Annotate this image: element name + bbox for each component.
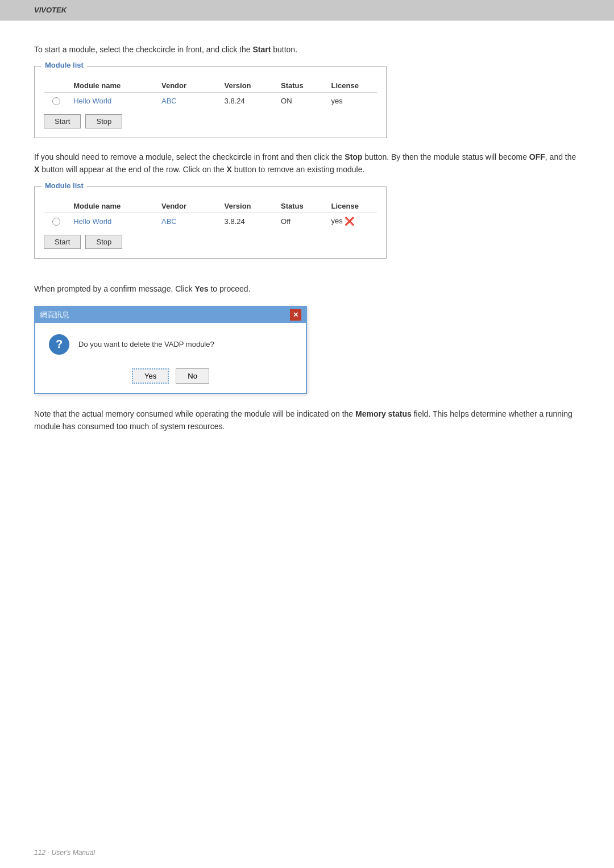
para2-bold-1: Stop	[345, 152, 362, 161]
dialog-message: Do you want to delete the VADP module?	[78, 340, 214, 348]
radio-button-2[interactable]	[52, 218, 60, 226]
para3-text-2: to proceed.	[209, 284, 251, 293]
row-2-version-cell: 3.8.24	[220, 213, 277, 229]
dialog-body: ? Do you want to delete the VADP module?	[35, 323, 306, 364]
para2-text-2: button. By then the module status will b…	[362, 152, 529, 161]
row-2-radio-cell[interactable]	[44, 213, 69, 229]
col-vendor-header-1: Vendor	[157, 79, 220, 93]
col-radio-header-2	[44, 200, 69, 213]
para2-text-3: , and the	[545, 152, 576, 161]
row-1-license-cell: yes	[327, 93, 377, 109]
para2-text-5: button to remove an existing module.	[232, 165, 364, 174]
row-1-version-cell: 3.8.24	[220, 93, 277, 109]
para2-bold-4: X	[227, 165, 232, 174]
vendor-link-2[interactable]: ABC	[161, 217, 177, 226]
module-list-2-title: Module list	[42, 181, 87, 190]
col-status-header-1: Status	[276, 79, 326, 93]
row-1-vendor-cell: ABC	[157, 93, 220, 109]
table-header-row-2: Module name Vendor Version Status Licens…	[44, 200, 377, 213]
dialog-yes-button[interactable]: Yes	[132, 368, 169, 384]
row-2-license-cell: yes ❌	[327, 213, 377, 229]
col-license-header-1: License	[327, 79, 377, 93]
col-license-header-2: License	[327, 200, 377, 213]
para4-bold: Memory status	[355, 409, 412, 418]
row-1-name-cell: Hello World	[69, 93, 157, 109]
table-row: Hello World ABC 3.8.24 Off yes ❌	[44, 213, 377, 229]
vendor-link-1[interactable]: ABC	[161, 97, 177, 105]
module-list-1-buttons: Start Stop	[44, 114, 377, 128]
intro-bold: Start	[252, 45, 271, 54]
delete-icon[interactable]: ❌	[345, 217, 354, 226]
module-list-2-buttons: Start Stop	[44, 235, 377, 249]
col-version-header-2: Version	[220, 200, 277, 213]
brand-label: VIVOTEK	[34, 6, 67, 14]
para2-bold-2: OFF	[529, 152, 545, 161]
module-table-1: Module name Vendor Version Status Licens…	[44, 79, 377, 109]
paragraph-3: When prompted by a confirm message, Clic…	[34, 283, 580, 295]
start-button-2[interactable]: Start	[44, 235, 81, 249]
dialog-close-button[interactable]: ✕	[290, 309, 301, 321]
module-list-1-title: Module list	[42, 61, 87, 69]
dialog-footer: Yes No	[35, 364, 306, 393]
module-table-2: Module name Vendor Version Status Licens…	[44, 200, 377, 230]
row-2-status-cell: Off	[276, 213, 326, 229]
license-value-2: yes	[331, 217, 343, 225]
stop-button-1[interactable]: Stop	[85, 114, 122, 128]
para4-text-1: Note that the actual memory consumed whi…	[34, 409, 355, 418]
main-content: To start a module, select the checkcircl…	[0, 20, 614, 868]
table-header-row-1: Module name Vendor Version Status Licens…	[44, 79, 377, 93]
para2-text-1: If you should need to remove a module, s…	[34, 152, 345, 161]
row-1-radio-cell[interactable]	[44, 93, 69, 109]
module-list-2: Module list Module name Vendor Version S…	[34, 186, 387, 259]
para3-bold: Yes	[194, 284, 208, 293]
dialog-title: 網頁訊息	[40, 310, 69, 320]
stop-button-2[interactable]: Stop	[85, 235, 122, 249]
para2-text-4: button will appear at the end of the row…	[39, 165, 226, 174]
intro-text-2: button.	[271, 45, 297, 54]
radio-button-1[interactable]	[52, 97, 60, 105]
paragraph-4: Note that the actual memory consumed whi…	[34, 408, 580, 433]
col-status-header-2: Status	[276, 200, 326, 213]
para2-bold-3: X	[34, 165, 39, 174]
module-name-link-2[interactable]: Hello World	[73, 217, 111, 226]
row-2-vendor-cell: ABC	[157, 213, 220, 229]
row-2-name-cell: Hello World	[69, 213, 157, 229]
header-bar: VIVOTEK	[0, 0, 614, 20]
row-1-status-cell: ON	[276, 93, 326, 109]
para3-text-1: When prompted by a confirm message, Clic…	[34, 284, 194, 293]
col-radio-header-1	[44, 79, 69, 93]
page-number: 112 - User's Manual	[34, 849, 95, 857]
question-icon: ?	[49, 334, 69, 355]
module-list-1: Module list Module name Vendor Version S…	[34, 66, 387, 138]
confirm-dialog: 網頁訊息 ✕ ? Do you want to delete the VADP …	[34, 306, 307, 394]
col-version-header-1: Version	[220, 79, 277, 93]
start-button-1[interactable]: Start	[44, 114, 81, 128]
col-vendor-header-2: Vendor	[157, 200, 220, 213]
col-name-header-1: Module name	[69, 79, 157, 93]
dialog-titlebar: 網頁訊息 ✕	[35, 307, 306, 323]
intro-text-1: To start a module, select the checkcircl…	[34, 45, 252, 54]
module-name-link-1[interactable]: Hello World	[73, 97, 111, 105]
dialog-no-button[interactable]: No	[176, 368, 209, 384]
intro-paragraph: To start a module, select the checkcircl…	[34, 43, 580, 56]
paragraph-2: If you should need to remove a module, s…	[34, 151, 580, 176]
footer-text: 112 - User's Manual	[34, 849, 95, 857]
col-name-header-2: Module name	[69, 200, 157, 213]
table-row: Hello World ABC 3.8.24 ON yes	[44, 93, 377, 109]
